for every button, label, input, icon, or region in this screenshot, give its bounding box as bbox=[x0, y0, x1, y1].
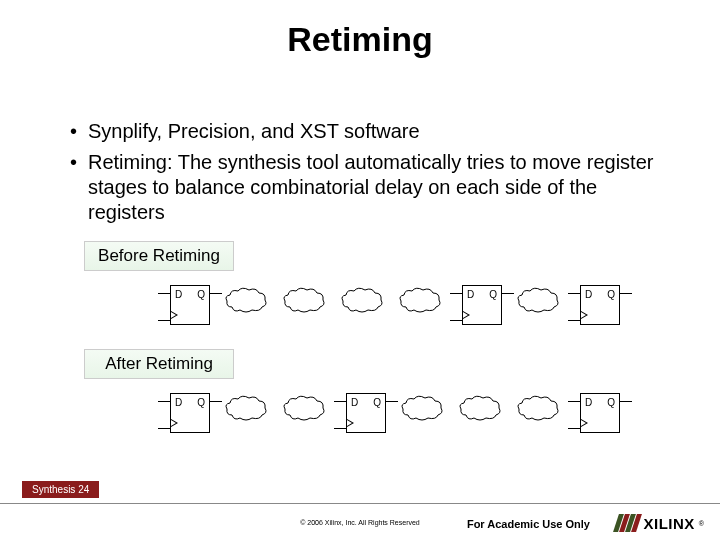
ff-q-label: Q bbox=[373, 397, 381, 408]
combinational-cloud bbox=[340, 287, 384, 315]
clock-icon bbox=[347, 419, 356, 428]
logo-text: XILINX bbox=[643, 515, 694, 532]
logo-registered: ® bbox=[699, 520, 704, 527]
flipflop: D Q bbox=[346, 393, 386, 433]
before-diagram: D Q D Q D bbox=[110, 279, 630, 339]
wire bbox=[502, 293, 514, 294]
logo-icon bbox=[616, 514, 639, 532]
wire bbox=[210, 293, 222, 294]
combinational-cloud bbox=[282, 395, 326, 423]
combinational-cloud bbox=[224, 287, 268, 315]
combinational-cloud bbox=[516, 395, 560, 423]
bullet-item: • Retiming: The synthesis tool automatic… bbox=[70, 150, 670, 225]
wire bbox=[450, 293, 462, 294]
wire bbox=[158, 320, 170, 321]
wire bbox=[568, 428, 580, 429]
clock-icon bbox=[581, 419, 590, 428]
wire bbox=[568, 293, 580, 294]
combinational-cloud bbox=[400, 395, 444, 423]
xilinx-logo: XILINX® bbox=[616, 514, 704, 532]
bullet-dot: • bbox=[70, 150, 88, 225]
bullet-text: Retiming: The synthesis tool automatical… bbox=[88, 150, 670, 225]
ff-d-label: D bbox=[175, 289, 182, 300]
wire bbox=[210, 401, 222, 402]
ff-q-label: Q bbox=[489, 289, 497, 300]
bullet-text: Synplify, Precision, and XST software bbox=[88, 119, 420, 144]
clock-icon bbox=[581, 311, 590, 320]
combinational-cloud bbox=[398, 287, 442, 315]
clock-icon bbox=[171, 311, 180, 320]
wire bbox=[620, 293, 632, 294]
flipflop: D Q bbox=[462, 285, 502, 325]
clock-icon bbox=[171, 419, 180, 428]
wire bbox=[334, 401, 346, 402]
ff-d-label: D bbox=[585, 289, 592, 300]
ff-q-label: Q bbox=[197, 397, 205, 408]
slide-footer: Synthesis 24 © 2006 Xilinx, Inc. All Rig… bbox=[0, 484, 720, 540]
wire bbox=[386, 401, 398, 402]
slide-title: Retiming bbox=[0, 0, 720, 59]
combinational-cloud bbox=[516, 287, 560, 315]
footer-section-badge: Synthesis 24 bbox=[22, 481, 99, 498]
wire bbox=[450, 320, 462, 321]
ff-q-label: Q bbox=[197, 289, 205, 300]
combinational-cloud bbox=[224, 395, 268, 423]
wire bbox=[158, 401, 170, 402]
flipflop: D Q bbox=[170, 393, 210, 433]
footer-copyright: © 2006 Xilinx, Inc. All Rights Reserved bbox=[0, 519, 720, 526]
ff-q-label: Q bbox=[607, 289, 615, 300]
bullet-dot: • bbox=[70, 119, 88, 144]
combinational-cloud bbox=[282, 287, 326, 315]
wire bbox=[568, 320, 580, 321]
ff-d-label: D bbox=[175, 397, 182, 408]
wire bbox=[568, 401, 580, 402]
bullet-item: • Synplify, Precision, and XST software bbox=[70, 119, 670, 144]
ff-d-label: D bbox=[467, 289, 474, 300]
after-label: After Retiming bbox=[84, 349, 234, 379]
footer-divider bbox=[0, 503, 720, 504]
clock-icon bbox=[463, 311, 472, 320]
after-diagram: D Q D Q D bbox=[110, 387, 630, 447]
before-label: Before Retiming bbox=[84, 241, 234, 271]
footer-academic: For Academic Use Only bbox=[467, 518, 590, 530]
slide-content: • Synplify, Precision, and XST software … bbox=[0, 59, 720, 447]
ff-d-label: D bbox=[585, 397, 592, 408]
wire bbox=[158, 428, 170, 429]
flipflop: D Q bbox=[580, 393, 620, 433]
ff-q-label: Q bbox=[607, 397, 615, 408]
ff-d-label: D bbox=[351, 397, 358, 408]
wire bbox=[158, 293, 170, 294]
wire bbox=[620, 401, 632, 402]
wire bbox=[334, 428, 346, 429]
flipflop: D Q bbox=[170, 285, 210, 325]
combinational-cloud bbox=[458, 395, 502, 423]
flipflop: D Q bbox=[580, 285, 620, 325]
